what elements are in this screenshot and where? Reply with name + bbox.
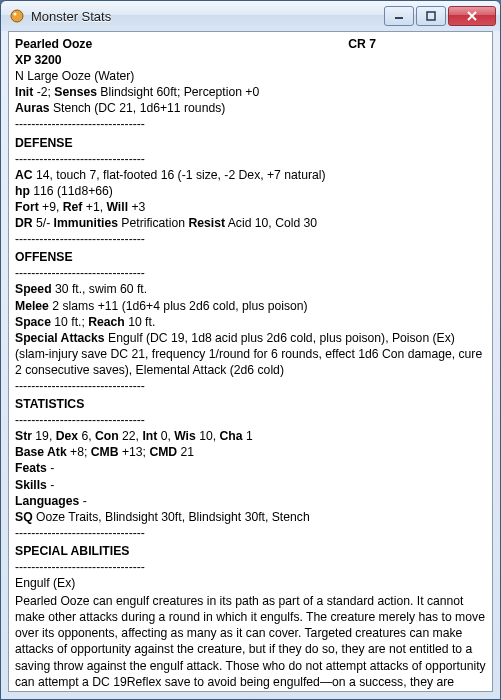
auras-line: Auras Stench (DC 21, 1d6+11 rounds) — [15, 100, 486, 116]
separator: -------------------------------- — [15, 265, 486, 281]
engulf-name: Engulf (Ex) — [15, 575, 486, 591]
ac-line: AC 14, touch 7, flat-footed 16 (-1 size,… — [15, 167, 486, 183]
languages-line: Languages - — [15, 493, 486, 509]
close-icon — [466, 11, 478, 21]
creature-name: Pearled Ooze — [15, 36, 92, 52]
window-controls — [384, 6, 496, 26]
space-reach-line: Space 10 ft.; Reach 10 ft. — [15, 314, 486, 330]
separator: -------------------------------- — [15, 151, 486, 167]
svg-point-0 — [11, 10, 23, 22]
engulf-text: Pearled Ooze can engulf creatures in its… — [15, 593, 486, 691]
minimize-icon — [394, 11, 404, 21]
separator: -------------------------------- — [15, 378, 486, 394]
senses-label: Senses — [54, 85, 97, 99]
dr-imm-line: DR 5/- Immunities Petrification Resist A… — [15, 215, 486, 231]
client-area: Pearled Ooze CR 7 XP 3200 N Large Ooze (… — [8, 31, 493, 692]
challenge-rating: CR 7 — [348, 36, 486, 52]
type-line: N Large Ooze (Water) — [15, 68, 486, 84]
separator: -------------------------------- — [15, 116, 486, 132]
titlebar[interactable]: Monster Stats — [1, 1, 500, 31]
stat-block: Pearled Ooze CR 7 XP 3200 N Large Ooze (… — [9, 32, 492, 691]
separator: -------------------------------- — [15, 525, 486, 541]
speed-line: Speed 30 ft., swim 60 ft. — [15, 281, 486, 297]
separator: -------------------------------- — [15, 559, 486, 575]
special-attacks-line: Special Attacks Engulf (DC 19, 1d8 acid … — [15, 330, 486, 378]
sq-line: SQ Ooze Traits, Blindsight 30ft, Blindsi… — [15, 509, 486, 525]
svg-point-1 — [14, 13, 17, 16]
header-row: Pearled Ooze CR 7 — [15, 36, 486, 52]
svg-rect-3 — [427, 12, 435, 20]
defense-heading: DEFENSE — [15, 135, 486, 151]
special-abilities-heading: SPECIAL ABILITIES — [15, 543, 486, 559]
init-senses-line: Init -2; Senses Blindsight 60ft; Percept… — [15, 84, 486, 100]
separator: -------------------------------- — [15, 231, 486, 247]
saves-line: Fort +9, Ref +1, Will +3 — [15, 199, 486, 215]
separator: -------------------------------- — [15, 412, 486, 428]
app-window: Monster Stats Pearled Ooze CR 7 — [0, 0, 501, 700]
offense-heading: OFFENSE — [15, 249, 486, 265]
skills-line: Skills - — [15, 477, 486, 493]
maximize-button[interactable] — [416, 6, 446, 26]
window-title: Monster Stats — [31, 9, 384, 24]
auras-label: Auras — [15, 101, 50, 115]
melee-line: Melee 2 slams +11 (1d6+4 plus 2d6 cold, … — [15, 298, 486, 314]
bab-line: Base Atk +8; CMB +13; CMD 21 — [15, 444, 486, 460]
maximize-icon — [426, 11, 436, 21]
svg-rect-2 — [395, 17, 403, 19]
feats-line: Feats - — [15, 460, 486, 476]
init-label: Init — [15, 85, 33, 99]
ability-scores-line: Str 19, Dex 6, Con 22, Int 0, Wis 10, Ch… — [15, 428, 486, 444]
close-button[interactable] — [448, 6, 496, 26]
statistics-heading: STATISTICS — [15, 396, 486, 412]
minimize-button[interactable] — [384, 6, 414, 26]
app-icon — [9, 8, 25, 24]
hp-line: hp 116 (11d8+66) — [15, 183, 486, 199]
xp-line: XP 3200 — [15, 52, 486, 68]
